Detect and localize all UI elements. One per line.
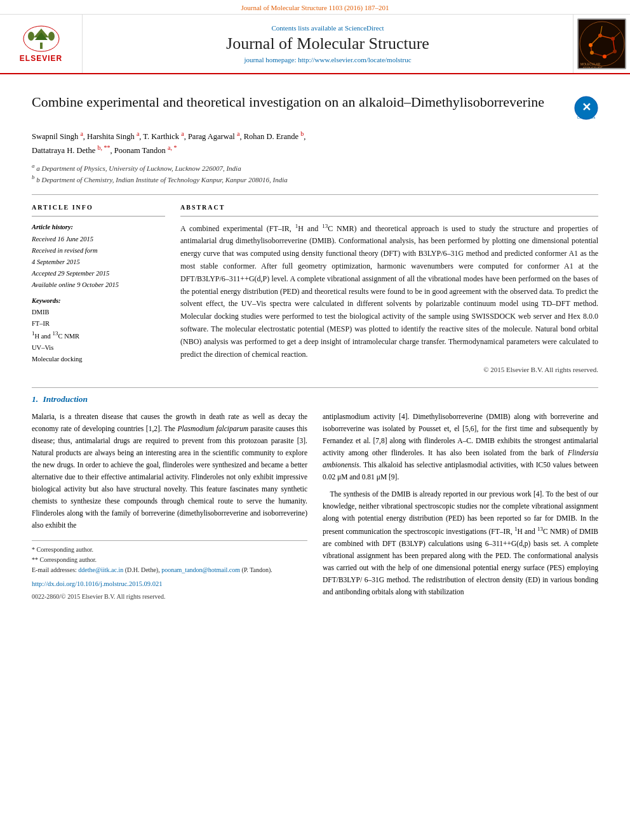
accepted-date: Accepted 29 September 2015 bbox=[32, 268, 165, 279]
svg-point-21 bbox=[590, 51, 594, 55]
svg-point-4 bbox=[28, 32, 34, 41]
abstract-divider bbox=[180, 216, 598, 217]
crossmark-badge: ✕ CrossMark bbox=[574, 96, 598, 123]
elsevier-wordmark: ELSEVIER bbox=[20, 54, 62, 63]
doi-link[interactable]: http://dx.doi.org/10.1016/j.molstruc.201… bbox=[32, 579, 307, 590]
svg-point-5 bbox=[48, 32, 55, 41]
copyright-notice: © 2015 Elsevier B.V. All rights reserved… bbox=[180, 366, 598, 373]
intro-right-column: antiplasmodium activity [4]. Dimethyliso… bbox=[323, 411, 598, 603]
article-info-heading: ARTICLE INFO bbox=[32, 204, 165, 211]
journal-reference: Journal of Molecular Structure 1103 (201… bbox=[0, 0, 630, 15]
keyword-uvvis: UV–Vis bbox=[32, 342, 165, 354]
journal-title-area: Contents lists available at ScienceDirec… bbox=[83, 15, 573, 73]
available-date: Available online 9 October 2015 bbox=[32, 279, 165, 291]
svg-point-17 bbox=[598, 34, 602, 37]
intro-para-right-2: The synthesis of the DMIB is already rep… bbox=[323, 488, 598, 598]
intro-body: Malaria, is a threaten disease that caus… bbox=[32, 411, 598, 603]
journal-ref-text: Journal of Molecular Structure 1103 (201… bbox=[241, 4, 389, 11]
main-content: Combine experimental and theoretical inv… bbox=[0, 74, 630, 616]
footnote-double-star: ** Corresponding author. bbox=[32, 555, 307, 565]
footnote-emails: E-mail addresses: ddethe@iitk.ac.in (D.H… bbox=[32, 565, 307, 575]
authors-list: Swapnil Singh a, Harshita Singh a, T. Ka… bbox=[32, 129, 598, 157]
intro-heading: 1. Introduction bbox=[32, 394, 598, 404]
abstract-text: A combined experimental (FT–IR, 1H and 1… bbox=[180, 222, 598, 361]
received-revised-label: Received in revised form bbox=[32, 245, 165, 257]
abstract-heading: ABSTRACT bbox=[180, 204, 598, 211]
revised-date: 4 September 2015 bbox=[32, 257, 165, 268]
svg-text:CrossMark: CrossMark bbox=[577, 116, 596, 119]
mol-structure-svg: MOLECULAR STRUCTURE bbox=[578, 20, 626, 68]
affiliations: a a Department of Physics, University of… bbox=[32, 162, 598, 185]
publisher-logo-area: ELSEVIER bbox=[0, 15, 83, 73]
intro-para-right-1: antiplasmodium activity [4]. Dimethyliso… bbox=[323, 411, 598, 483]
homepage-link: journal homepage: http://www.elsevier.co… bbox=[95, 56, 560, 63]
svg-rect-1 bbox=[40, 43, 43, 49]
molecular-structure-image: MOLECULAR STRUCTURE bbox=[577, 18, 626, 69]
intro-left-column: Malaria, is a threaten disease that caus… bbox=[32, 411, 307, 603]
rights-text: 0022-2860/© 2015 Elsevier B.V. All right… bbox=[32, 592, 307, 602]
keyword-ftir: FT–IR bbox=[32, 318, 165, 330]
footnotes: * Corresponding author. ** Corresponding… bbox=[32, 540, 307, 602]
section-divider bbox=[32, 194, 598, 195]
info-divider bbox=[32, 216, 165, 217]
introduction-section: 1. Introduction Malaria, is a threaten d… bbox=[32, 387, 598, 603]
svg-point-16 bbox=[589, 43, 593, 47]
svg-text:STRUCTURE: STRUCTURE bbox=[583, 66, 603, 68]
intro-para-1: Malaria, is a threaten disease that caus… bbox=[32, 411, 307, 531]
keywords-section: Keywords: DMIB FT–IR 1H and 13C NMR UV–V… bbox=[32, 297, 165, 365]
journal-header: ELSEVIER Contents lists available at Sci… bbox=[0, 15, 630, 74]
article-info-abstract: ARTICLE INFO Article history: Received 1… bbox=[32, 204, 598, 374]
footnote-star: * Corresponding author. bbox=[32, 545, 307, 555]
keyword-dmib: DMIB bbox=[32, 307, 165, 318]
svg-point-19 bbox=[613, 50, 617, 53]
elsevier-tree-icon bbox=[22, 25, 60, 53]
sciencedirect-link: Contents lists available at ScienceDirec… bbox=[95, 24, 560, 32]
abstract-panel: ABSTRACT A combined experimental (FT–IR,… bbox=[180, 204, 598, 374]
svg-text:✕: ✕ bbox=[582, 101, 591, 114]
crossmark-icon: ✕ CrossMark bbox=[574, 96, 598, 120]
article-history: Article history: Received 16 June 2015 R… bbox=[32, 222, 165, 291]
received-date: Received 16 June 2015 bbox=[32, 234, 165, 245]
article-info-panel: ARTICLE INFO Article history: Received 1… bbox=[32, 204, 165, 374]
keywords-list: DMIB FT–IR 1H and 13C NMR UV–Vis Molecul… bbox=[32, 307, 165, 365]
journal-image-area: MOLECULAR STRUCTURE bbox=[573, 15, 630, 73]
svg-point-20 bbox=[603, 55, 607, 58]
keyword-docking: Molecular docking bbox=[32, 354, 165, 365]
article-title: Combine experimental and theoretical inv… bbox=[32, 93, 565, 112]
keyword-nmr: 1H and 13C NMR bbox=[32, 329, 165, 342]
journal-title: Journal of Molecular Structure bbox=[95, 34, 560, 53]
svg-point-18 bbox=[611, 37, 615, 41]
